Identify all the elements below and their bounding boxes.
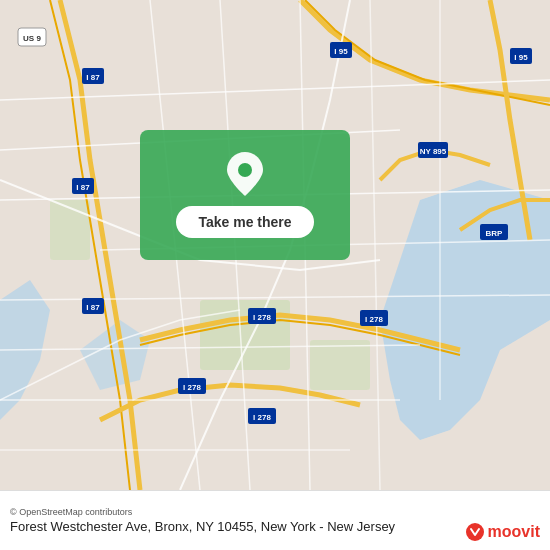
svg-text:NY 895: NY 895 — [420, 147, 447, 156]
svg-text:I 278: I 278 — [183, 383, 201, 392]
navigation-panel: Take me there — [140, 130, 350, 260]
moovit-brand-text: moovit — [488, 523, 540, 541]
take-me-there-button[interactable]: Take me there — [176, 206, 313, 238]
svg-rect-1 — [200, 300, 290, 370]
moovit-logo: moovit — [465, 522, 540, 542]
svg-text:I 278: I 278 — [253, 413, 271, 422]
svg-text:I 87: I 87 — [86, 303, 100, 312]
svg-text:I 278: I 278 — [365, 315, 383, 324]
svg-text:I 95: I 95 — [334, 47, 348, 56]
address-text: Forest Westchester Ave, Bronx, NY 10455,… — [10, 519, 395, 534]
svg-point-41 — [238, 163, 252, 177]
svg-text:BRP: BRP — [486, 229, 504, 238]
footer: © OpenStreetMap contributors Forest West… — [0, 490, 550, 550]
svg-text:I 278: I 278 — [253, 313, 271, 322]
svg-text:I 87: I 87 — [76, 183, 90, 192]
moovit-icon — [465, 522, 485, 542]
svg-text:I 87: I 87 — [86, 73, 100, 82]
svg-rect-2 — [310, 340, 370, 390]
osm-attribution: © OpenStreetMap contributors — [10, 507, 540, 517]
map-area: US 9 I 87 I 87 I 87 I 95 I 95 NY 895 BRP… — [0, 0, 550, 490]
location-pin-icon — [227, 152, 263, 196]
svg-text:I 95: I 95 — [514, 53, 528, 62]
svg-text:US 9: US 9 — [23, 34, 41, 43]
svg-point-42 — [466, 523, 484, 541]
